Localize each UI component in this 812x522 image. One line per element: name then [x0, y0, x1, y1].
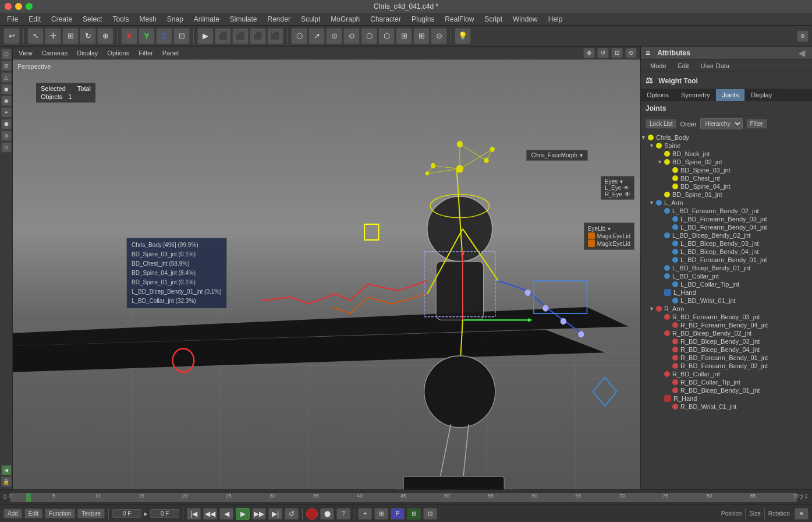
menu-item-character[interactable]: Character [366, 14, 406, 24]
eyelib-expand[interactable]: ▾ [608, 225, 611, 232]
view-mode-3[interactable]: ⊙ [326, 28, 342, 44]
transform-tool[interactable]: ⊕ [97, 28, 114, 44]
close-button[interactable] [5, 3, 12, 10]
attr-tab-userdata[interactable]: User Data [696, 61, 735, 70]
tree-item-r_arm[interactable]: ▼R_Arm [641, 305, 812, 313]
tree-item-l_hand[interactable]: L_Hand [641, 288, 812, 297]
cursor-tool[interactable]: ↖ [27, 28, 44, 44]
minimize-button[interactable] [15, 3, 22, 10]
tree-item-bd_spine_02[interactable]: ▼BD_Spine_02_jnt [641, 158, 812, 166]
menu-item-simulate[interactable]: Simulate [225, 14, 262, 24]
side-btn-8[interactable]: ⊕ [1, 130, 12, 141]
tl-track[interactable]: 051015202530354045505560657075808590 [10, 493, 797, 502]
menu-item-realflow[interactable]: RealFlow [440, 14, 478, 24]
tree-item-l_bd_forearm_bendy_04[interactable]: L_BD_Forearm_Bendy_04_jnt [641, 223, 812, 231]
rotate-tool[interactable]: ↻ [80, 28, 96, 44]
menu-item-plugins[interactable]: Plugins [407, 14, 439, 24]
menu-item-select[interactable]: Select [78, 14, 107, 24]
tree-item-r_bd_forearm_bendy_03[interactable]: R_BD_Forearm_Bendy_03_jnt [641, 313, 812, 321]
undo-button[interactable]: ↩ [3, 28, 20, 44]
scale-tool[interactable]: ⊞ [62, 28, 79, 44]
viewport[interactable]: X Y Perspective Selected Total Objects 1 [13, 59, 640, 489]
side-btn-5[interactable]: ◉ [1, 96, 12, 106]
tree-item-l_bd_forearm_bendy_03[interactable]: L_BD_Forearm_Bendy_03_jnt [641, 215, 812, 223]
loop-btn[interactable]: ↺ [285, 508, 299, 520]
wt-tab-display[interactable]: Display [745, 89, 778, 101]
edit-btn[interactable]: Edit [24, 509, 42, 519]
wt-tab-options[interactable]: Options [641, 89, 675, 101]
side-btn-2[interactable]: ⊞ [1, 61, 12, 71]
tree-item-r_bd_wrist_01[interactable]: R_BD_Wrist_01_jnt [641, 403, 812, 411]
view-mode-6[interactable]: ⬡ [378, 28, 395, 44]
move-tool[interactable]: ✛ [45, 28, 61, 44]
tree-item-bd_chest[interactable]: BD_Chest_jnt [641, 174, 812, 182]
side-btn-7[interactable]: ⬢ [1, 119, 12, 129]
function-btn[interactable]: Function [45, 509, 75, 519]
filter-btn[interactable]: Filter [746, 119, 767, 129]
key-btn[interactable]: ⬤ [320, 508, 334, 520]
menu-item-render[interactable]: Render [263, 14, 295, 24]
menu-item-mesh[interactable]: Mesh [134, 14, 161, 24]
tree-item-r_bd_forearm_bendy_04[interactable]: R_BD_Forearm_Bendy_04_jnt [641, 321, 812, 329]
side-btn-6[interactable]: ✦ [1, 107, 12, 118]
prev-frame-btn[interactable]: ◀◀ [203, 508, 217, 520]
menu-item-mograph[interactable]: MoGraph [326, 14, 364, 24]
tree-item-l_bd_bicep_bendy_02[interactable]: L_BD_Bicep_Bendy_02_jnt [641, 231, 812, 239]
frame-input-1[interactable] [112, 509, 141, 518]
side-btn-4[interactable]: ◼ [1, 84, 12, 94]
tree-item-l_bd_collar[interactable]: L_BD_Collar_jnt [641, 272, 812, 280]
axis-x[interactable]: X [121, 28, 137, 44]
menu-item-tools[interactable]: Tools [108, 14, 133, 24]
render-view[interactable]: ⬛ [267, 28, 283, 44]
view-mode-8[interactable]: ⊞ [413, 28, 430, 44]
render-prev[interactable]: ⬛ [215, 28, 231, 44]
vp-cameras-menu[interactable]: Cameras [40, 48, 70, 58]
prefs-button[interactable]: ⚙ [797, 30, 809, 42]
tree-item-r_bd_bicep_bendy_01[interactable]: R_BD_Bicep_Bendy_01_jnt [641, 386, 812, 394]
vp-filter-menu[interactable]: Filter [136, 48, 155, 58]
settings-btn[interactable]: ≡ [795, 508, 809, 520]
tree-item-r_bd_bicep_bendy_03[interactable]: R_BD_Bicep_Bendy_03_jnt [641, 337, 812, 345]
anim-btn-2[interactable]: ⊞ [374, 508, 388, 520]
vp-panel-menu[interactable]: Panel [160, 48, 181, 58]
add-btn[interactable]: Add [3, 509, 22, 519]
attr-tab-mode[interactable]: Mode [646, 61, 671, 70]
render-next[interactable]: ⬛ [232, 28, 249, 44]
tree-item-chris_body[interactable]: ▼Chris_Body [641, 133, 812, 142]
play-forward[interactable]: ▶ [197, 28, 214, 44]
tree-item-r_bd_collar[interactable]: R_BD_Collar_jnt [641, 370, 812, 378]
menu-item-create[interactable]: Create [47, 14, 77, 24]
render-anim[interactable]: ⬛ [250, 28, 266, 44]
anim-btn-4[interactable]: ⊞ [407, 508, 421, 520]
viewport-nav-2[interactable]: ↺ [597, 48, 609, 58]
menu-item-file[interactable]: File [2, 14, 23, 24]
menu-item-script[interactable]: Script [480, 14, 507, 24]
tree-item-bd_neck[interactable]: BD_Neck_jnt [641, 150, 812, 158]
view-mode-5[interactable]: ⬡ [361, 28, 377, 44]
wt-tab-symmetry[interactable]: Symmetry [675, 89, 717, 101]
menu-item-snap[interactable]: Snap [162, 14, 188, 24]
anim-btn-5[interactable]: ⊡ [423, 508, 437, 520]
next-frame-btn[interactable]: ▶▶ [252, 508, 266, 520]
axis-z[interactable]: Z [156, 28, 172, 44]
axis-y[interactable]: Y [139, 28, 155, 44]
tree-item-l_bd_forearm_bendy_02[interactable]: L_BD_Forearm_Bendy_02_jnt [641, 207, 812, 215]
tree-item-bd_spine_01[interactable]: BD_Spine_01_jnt [641, 191, 812, 199]
tree-item-r_bd_forearm_bendy_01[interactable]: R_BD_Forearm_Bendy_01_jnt [641, 354, 812, 362]
vp-view-menu[interactable]: View [16, 48, 35, 58]
play-back-btn[interactable]: ◀ [219, 508, 233, 520]
viewport-nav-4[interactable]: ⊙ [625, 48, 637, 58]
facemorph-expand[interactable]: ▾ [580, 152, 583, 158]
tree-item-l_bd_bicep_bendy_01[interactable]: L_BD_Bicep_Bendy_01_jnt [641, 264, 812, 272]
menu-item-animate[interactable]: Animate [189, 14, 224, 24]
view-mode-7[interactable]: ⊞ [396, 28, 412, 44]
tree-item-l_bd_forearm_bendy_01[interactable]: L_BD_Forearm_Bendy_01_jnt [641, 256, 812, 264]
side-btn-3[interactable]: △ [1, 72, 12, 83]
side-btn-lock[interactable]: 🔒 [1, 477, 12, 487]
texture-btn[interactable]: Texture [77, 509, 105, 519]
maximize-button[interactable] [26, 3, 33, 10]
lock-list-btn[interactable]: Lock List [646, 119, 676, 129]
object-mode-btn[interactable]: ⬡ [1, 49, 12, 59]
go-end-btn[interactable]: ▶| [268, 508, 282, 520]
tree-item-r_bd_bicep_bendy_04[interactable]: R_BD_Bicep_Bendy_04_jnt [641, 345, 812, 354]
